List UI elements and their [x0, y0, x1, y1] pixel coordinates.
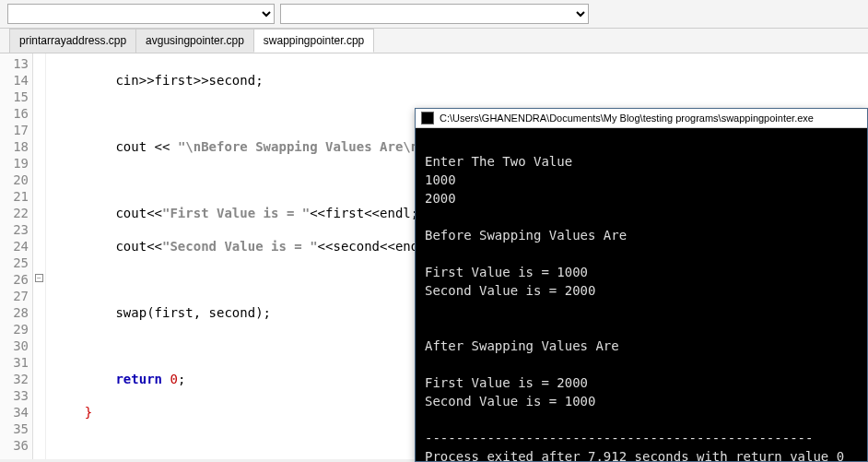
line-number: 15 — [4, 89, 29, 105]
toolbar — [0, 0, 868, 29]
console-divider: ----------------------------------------… — [425, 431, 813, 445]
console-line: 2000 — [425, 191, 456, 206]
line-number: 17 — [4, 122, 29, 138]
line-number: 16 — [4, 105, 29, 122]
number-literal: 0 — [162, 372, 178, 386]
line-number: 32 — [4, 371, 29, 387]
line-number: 27 — [4, 288, 29, 304]
line-number: 22 — [4, 205, 29, 221]
line-number: 33 — [4, 387, 29, 404]
tab-printarrayaddress[interactable]: printarrayaddress.cpp — [9, 29, 136, 53]
line-number: 14 — [4, 72, 29, 89]
console-icon — [421, 112, 434, 124]
line-number: 28 — [4, 304, 29, 321]
console-line: Enter The Two Value — [425, 154, 572, 169]
console-output: Enter The Two Value 1000 2000 Before Swa… — [416, 128, 867, 462]
console-line: Second Value is = 1000 — [425, 394, 595, 409]
console-line: Process exited after 7.912 seconds with … — [425, 449, 844, 462]
brace: } — [85, 405, 92, 420]
line-number: 23 — [4, 221, 29, 238]
line-number: 36 — [4, 437, 29, 454]
console-title: C:\Users\GHANENDRA\Documents\My Blog\tes… — [440, 113, 814, 124]
code-text: cin>>first>>second; — [115, 73, 263, 88]
line-number: 29 — [4, 321, 29, 338]
line-number-gutter: 13 14 15 16 17 18 19 20 21 22 23 24 25 2… — [0, 53, 33, 459]
code-text: swap(first, second); — [115, 305, 271, 320]
line-number: 13 — [4, 55, 29, 72]
code-text: cout << — [115, 139, 177, 154]
fold-toggle-icon[interactable]: − — [35, 274, 43, 282]
tab-bar: printarrayaddress.cpp avgusingpointer.cp… — [0, 29, 868, 53]
line-number: 25 — [4, 255, 29, 271]
line-number: 21 — [4, 188, 29, 205]
line-number: 34 — [4, 404, 29, 421]
console-titlebar[interactable]: C:\Users\GHANENDRA\Documents\My Blog\tes… — [416, 109, 867, 128]
code-text: cout<< — [115, 206, 162, 220]
console-line: Before Swapping Values Are — [425, 228, 627, 243]
console-line: First Value is = 2000 — [425, 375, 588, 390]
string-literal: "\nBefore Swapping Values Are\n" — [178, 139, 427, 154]
symbol-select[interactable] — [280, 4, 589, 24]
line-number: 18 — [4, 138, 29, 155]
line-number: 24 — [4, 238, 29, 255]
code-text: <<first<<endl; — [310, 206, 418, 220]
console-line: First Value is = 1000 — [425, 265, 588, 279]
tab-avgusingpointer[interactable]: avgusingpointer.cpp — [135, 29, 254, 53]
line-number: 35 — [4, 421, 29, 437]
code-text: cout<< — [115, 239, 162, 254]
tab-swappingpointer[interactable]: swappingpointer.cpp — [253, 29, 374, 53]
console-window[interactable]: C:\Users\GHANENDRA\Documents\My Blog\tes… — [415, 108, 868, 462]
line-number: 31 — [4, 354, 29, 371]
console-line: After Swapping Values Are — [425, 338, 619, 353]
fold-gutter: − — [33, 53, 46, 459]
string-literal: "Second Value is = " — [162, 239, 318, 254]
line-number: 30 — [4, 338, 29, 354]
string-literal: "First Value is = " — [162, 206, 310, 220]
line-number: 19 — [4, 155, 29, 172]
code-text: ; — [178, 372, 185, 386]
line-number: 20 — [4, 172, 29, 188]
console-line: Second Value is = 2000 — [425, 283, 595, 298]
console-line: 1000 — [425, 172, 456, 187]
keyword: return — [115, 372, 162, 386]
scope-select[interactable] — [7, 4, 275, 24]
line-number: 26 — [4, 271, 29, 288]
